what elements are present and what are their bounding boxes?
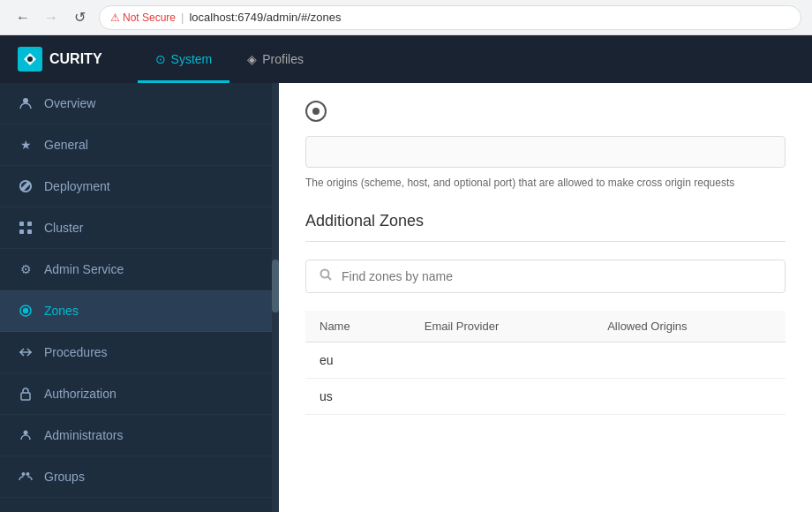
additional-zones-title: Additional Zones [305,212,786,230]
svg-rect-2 [19,222,24,226]
search-box [305,260,786,293]
zones-table: Name Email Provider Allowed Origins eu u… [305,311,786,415]
sidebar-item-permissions[interactable]: Permissions [0,498,272,512]
table-row[interactable]: eu [305,343,786,379]
deployment-icon [18,178,34,194]
top-nav-items: ⊙ System ◈ Profiles [138,35,321,83]
search-input[interactable] [342,269,772,283]
target-inner [312,108,320,115]
zone-email-provider [410,379,593,415]
col-email-provider: Email Provider [410,311,593,343]
section-divider [305,241,786,242]
profiles-icon: ◈ [247,52,257,66]
svg-rect-8 [21,393,30,400]
app: CURITY ⊙ System ◈ Profiles Overview [0,35,812,512]
sidebar-item-administrators[interactable]: Administrators [0,415,272,456]
logo-text: CURITY [49,51,102,67]
scrollbar-thumb[interactable] [272,260,279,312]
sidebar-item-general[interactable]: ★ General [0,124,272,166]
top-nav: CURITY ⊙ System ◈ Profiles [0,35,812,83]
general-icon: ★ [18,137,34,153]
nav-item-system[interactable]: ⊙ System [138,35,230,83]
sidebar: Overview ★ General Deployment Cluster ⚙ [0,83,272,512]
address-bar[interactable]: ⚠ Not Secure | localhost:6749/admin/#/zo… [99,5,801,30]
reload-button[interactable]: ↺ [67,5,92,30]
svg-point-1 [23,98,28,103]
svg-rect-3 [27,222,32,226]
sidebar-item-authorization[interactable]: Authorization [0,373,272,415]
sidebar-item-cluster[interactable]: Cluster [0,207,272,249]
back-button[interactable]: ← [11,5,35,30]
sidebar-item-groups[interactable]: Groups [0,456,272,498]
zone-email-provider [410,343,593,379]
zones-icon [18,303,34,319]
col-name: Name [305,311,410,343]
cluster-icon [18,220,34,236]
sidebar-item-procedures[interactable]: Procedures [0,332,272,373]
col-allowed-origins: Allowed Origins [593,311,786,343]
sidebar-item-admin-service[interactable]: ⚙ Admin Service [0,249,272,290]
browser-chrome: ← → ↺ ⚠ Not Secure | localhost:6749/admi… [0,0,812,35]
groups-icon [18,469,34,485]
svg-point-10 [22,472,26,476]
forward-button[interactable]: → [39,5,64,30]
nav-buttons: ← → ↺ [11,5,92,30]
cors-help-text: The origins (scheme, host, and optional … [305,175,786,191]
main-content: Overview ★ General Deployment Cluster ⚙ [0,83,812,512]
svg-rect-5 [27,230,32,234]
procedures-icon [18,344,34,360]
target-icon [305,101,327,122]
logo[interactable]: CURITY [18,47,102,72]
zone-name: eu [305,343,410,379]
logo-icon [18,47,42,72]
search-icon [319,267,333,285]
warning-triangle-icon: ⚠ [110,11,120,24]
address-separator: | [181,11,184,24]
cors-origins-input[interactable] [305,136,786,168]
svg-rect-4 [19,230,24,234]
svg-point-0 [27,56,33,62]
authorization-icon [18,386,34,402]
administrators-icon [18,427,34,443]
svg-point-7 [24,309,28,313]
url-text: localhost:6749/admin/#/zones [189,11,341,24]
admin-service-icon: ⚙ [18,261,34,277]
svg-point-11 [26,472,30,476]
sidebar-item-deployment[interactable]: Deployment [0,166,272,207]
svg-point-9 [24,431,28,435]
system-icon: ⊙ [155,52,166,66]
sidebar-item-overview[interactable]: Overview [0,83,272,124]
nav-item-profiles[interactable]: ◈ Profiles [229,35,321,83]
zone-allowed-origins [593,379,786,415]
sidebar-item-zones[interactable]: Zones [0,290,272,332]
security-warning: ⚠ Not Secure [110,11,176,24]
zone-allowed-origins [593,343,786,379]
overview-icon [18,95,34,111]
content-area: The origins (scheme, host, and optional … [279,83,812,512]
table-row[interactable]: us [305,379,786,415]
sidebar-scrollbar[interactable] [272,83,279,512]
svg-point-13 [321,270,329,278]
zone-name: us [305,379,410,415]
